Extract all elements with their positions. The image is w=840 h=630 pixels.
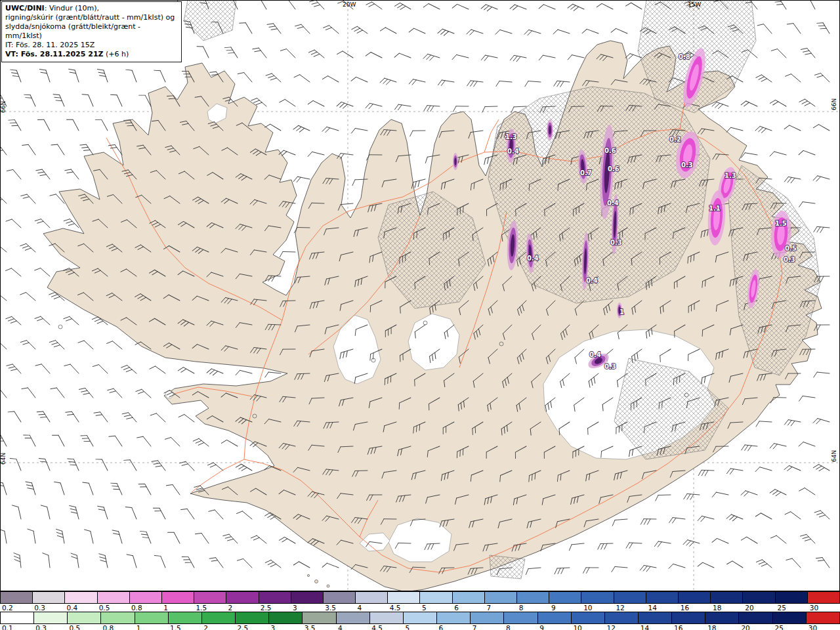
legend-tick-label: 25 bbox=[778, 604, 786, 612]
legend-segment bbox=[538, 612, 572, 623]
precip-value-label: 0.3 bbox=[610, 239, 622, 246]
legend-tick-label: 0.1 bbox=[2, 624, 13, 630]
legend-tick-label: 7 bbox=[472, 624, 477, 630]
legend-tick-label: 4 bbox=[358, 604, 362, 612]
legend-tick-label: 4.5 bbox=[390, 604, 401, 612]
legend-tick-label: 30 bbox=[810, 604, 818, 612]
precip-value-label: 0.4 bbox=[507, 148, 519, 155]
precip-blob bbox=[453, 153, 458, 170]
legend-segment bbox=[33, 592, 65, 603]
color-scale-legend: 0.20.30.40.50.811.522.533.544.5567891012… bbox=[0, 591, 840, 630]
precip-value-label: 1.3 bbox=[505, 133, 517, 140]
legend-segment bbox=[226, 592, 259, 603]
legend-tick-label: 14 bbox=[648, 604, 657, 612]
legend-tick-label: 8 bbox=[519, 604, 524, 612]
legend-tick-label: 1.5 bbox=[170, 624, 181, 630]
legend-tick-label: 1.5 bbox=[196, 604, 207, 612]
legend-segment bbox=[98, 592, 130, 603]
legend-segment bbox=[711, 592, 743, 603]
legend-segment bbox=[437, 612, 471, 623]
legend-segment bbox=[504, 612, 537, 623]
legend-tick-label: 4 bbox=[338, 624, 343, 630]
legend-tick-label: 3 bbox=[293, 604, 297, 612]
legend-tick-label: 2 bbox=[203, 624, 208, 630]
init-time: IT: Fös. 28. 11. 2025 15Z bbox=[5, 41, 177, 50]
model-name: UWC/DINI bbox=[5, 4, 45, 12]
legend-tick-label: 0.4 bbox=[66, 604, 77, 612]
legend-tick-label: 18 bbox=[713, 604, 721, 612]
station-marker bbox=[58, 325, 62, 329]
precip-value-label: 1.3 bbox=[724, 172, 736, 179]
title-line-1: UWC/DINI: Vindur (10m), bbox=[5, 4, 177, 13]
legend-tick-label: 0.5 bbox=[69, 624, 80, 630]
legend-tick-label: 2 bbox=[228, 604, 233, 612]
legend-segment bbox=[269, 612, 303, 623]
legend-tick-label: 3.5 bbox=[304, 624, 316, 630]
legend-segment bbox=[705, 612, 739, 623]
legend-tick-label: 0.8 bbox=[103, 624, 114, 630]
legend-segment bbox=[639, 612, 672, 623]
precip-value-label: 0.6 bbox=[604, 147, 616, 154]
sleet-snow-color-bar bbox=[0, 591, 840, 604]
legend-tick-label: 2.5 bbox=[261, 604, 272, 612]
title-box: UWC/DINI: Vindur (10m), rigning/skúrir (… bbox=[1, 1, 182, 62]
legend-tick-label: 4.5 bbox=[371, 624, 383, 630]
legend-tick-label: 5 bbox=[422, 604, 427, 612]
legend-tick-label: 12 bbox=[607, 624, 616, 630]
legend-segment bbox=[356, 592, 388, 603]
legend-tick-label: 1 bbox=[163, 604, 168, 612]
legend-tick-label: 0.5 bbox=[99, 604, 110, 612]
precip-value-label: 0.7 bbox=[580, 169, 592, 177]
coordinate-label: 66N bbox=[831, 98, 837, 110]
legend-segment bbox=[202, 612, 236, 623]
precip-value-label: 0.6 bbox=[608, 165, 620, 173]
rain-color-bar bbox=[0, 612, 840, 624]
coordinate-label: 64N bbox=[0, 453, 7, 465]
legend-segment bbox=[773, 612, 807, 623]
weather-map-page: 0.81.30.40.20.30.60.60.71.31.10.41.50.50… bbox=[0, 0, 840, 630]
legend-tick-label: 2.5 bbox=[237, 624, 248, 630]
legend-segment bbox=[162, 592, 194, 603]
legend-segment bbox=[776, 592, 808, 603]
legend-segment bbox=[453, 592, 485, 603]
precip-value-label: 1 bbox=[620, 308, 624, 316]
legend-segment bbox=[549, 592, 581, 603]
valid-time: VT: Fös. 28.11.2025 21Z (+6 h) bbox=[5, 50, 177, 59]
precip-value-label: 0.4 bbox=[527, 255, 539, 262]
legend-segment bbox=[807, 612, 840, 623]
legend-segment bbox=[68, 612, 101, 623]
rain-scale-labels: 0.10.30.50.811.522.533.544.5567891012141… bbox=[0, 624, 840, 630]
legend-segment bbox=[420, 592, 452, 603]
precip-value-label: 0.3 bbox=[604, 363, 616, 370]
legend-segment bbox=[169, 612, 202, 623]
legend-tick-label: 20 bbox=[745, 604, 753, 612]
legend-segment bbox=[388, 592, 420, 603]
legend-segment bbox=[370, 612, 404, 623]
legend-tick-label: 6 bbox=[439, 624, 444, 630]
legend-tick-label: 0.2 bbox=[2, 604, 13, 612]
legend-segment bbox=[135, 612, 169, 623]
precip-value-label: 0.5 bbox=[785, 245, 797, 252]
legend-tick-label: 30 bbox=[808, 624, 817, 630]
legend-segment bbox=[0, 612, 34, 623]
legend-segment bbox=[808, 592, 840, 603]
legend-segment bbox=[672, 612, 705, 623]
legend-tick-label: 10 bbox=[583, 604, 592, 612]
legend-segment bbox=[303, 612, 336, 623]
legend-tick-label: 10 bbox=[573, 624, 581, 630]
precip-value-label: 0.8 bbox=[679, 53, 690, 60]
legend-tick-label: 1 bbox=[136, 624, 141, 630]
legend-segment bbox=[485, 592, 517, 603]
small-islands bbox=[307, 574, 329, 587]
coordinate-label: 15W bbox=[688, 1, 701, 8]
legend-segment bbox=[130, 592, 162, 603]
legend-tick-label: 0.3 bbox=[35, 624, 47, 630]
legend-tick-label: 0.3 bbox=[34, 604, 45, 612]
legend-segment bbox=[581, 592, 614, 603]
legend-segment bbox=[605, 612, 639, 623]
legend-segment bbox=[0, 592, 33, 603]
precip-value-label: 1.1 bbox=[709, 205, 721, 212]
legend-tick-label: 6 bbox=[454, 604, 459, 612]
legend-tick-label: 16 bbox=[681, 604, 689, 612]
legend-segment bbox=[614, 592, 646, 603]
